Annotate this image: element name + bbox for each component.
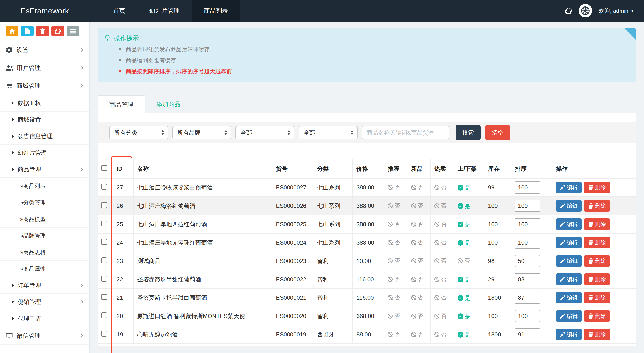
sidebar-item[interactable]: 商城设置 [0,112,89,128]
sidebar-item[interactable]: »品牌管理 [0,228,89,244]
cell-flag: 否 [407,307,430,325]
sidebar-item[interactable]: 用户管理 [0,59,89,77]
edit-button[interactable]: 编辑 [556,328,582,340]
sort-input[interactable] [515,255,540,267]
filter-select[interactable]: 全部 [236,126,294,139]
sidebar-item[interactable]: »商品列表 [0,178,89,194]
filter-select[interactable]: 所有品牌 [172,126,231,139]
sidebar-item[interactable]: 代理申请 [0,310,89,327]
refresh-button[interactable] [52,26,64,36]
sort-input[interactable] [515,200,540,212]
filter-select[interactable]: 全部 [298,126,358,139]
ban-icon [411,203,416,208]
select-value: 全部 [240,129,252,137]
sort-input[interactable] [515,292,540,304]
trash-button[interactable] [36,26,49,36]
app: EsFramework 首页幻灯片管理商品列表 欢迎, admin ▼ 设置用户… [0,0,644,353]
delete-button[interactable]: 删除 [584,292,610,303]
delete-button[interactable]: 删除 [584,200,610,212]
refresh-icon[interactable] [565,8,572,14]
edit-button[interactable]: 编辑 [556,292,582,303]
cell-category: 智利 [313,288,353,307]
delete-button[interactable]: 删除 [584,237,610,248]
select-value: 所有分类 [114,129,138,137]
sidebar-item[interactable]: 微信管理 [0,327,89,345]
tab[interactable]: 商品管理 [98,95,145,113]
sort-input[interactable] [515,181,540,194]
edit-button[interactable]: 编辑 [556,182,582,193]
check-circle-icon: ✓ [458,277,464,282]
sidebar-item[interactable]: »商品属性 [0,261,89,277]
sidebar-item[interactable]: 促销管理 [0,294,89,310]
row-checkbox[interactable] [101,257,107,263]
edit-button[interactable]: 编辑 [556,310,582,322]
sort-input[interactable] [515,218,540,230]
file-button[interactable] [21,26,34,36]
row-checkbox[interactable] [101,221,107,226]
tab[interactable]: 添加商品 [145,95,192,113]
clear-button[interactable]: 清空 [485,125,510,140]
row-checkbox[interactable] [101,202,107,208]
sidebar-item[interactable]: 数据面板 [0,95,89,112]
sidebar-item-label: 促销管理 [18,298,41,306]
edit-button[interactable]: 编辑 [556,273,582,285]
nav-item[interactable]: 首页 [101,0,138,22]
cell-flag: 否 [454,252,484,270]
table-row: 25七山酒庄旱地西拉红葡萄酒ES0000025七山系列388.00否否否✓是10… [98,215,636,233]
nav-item[interactable]: 商品列表 [192,0,240,22]
cell-flag: 否 [407,252,430,270]
row-checkbox[interactable] [101,331,107,337]
cell-flag: 否 [430,215,454,233]
cell-category: 智利 [313,270,353,288]
row-checkbox[interactable] [101,312,107,318]
select-all-checkbox[interactable] [101,165,107,171]
sidebar-item[interactable]: »分类管理 [0,194,89,211]
sidebar-item[interactable]: 公告信息管理 [0,128,89,145]
delete-button[interactable]: 删除 [584,255,610,267]
sidebar-item[interactable]: 商城管理 [0,77,89,95]
sidebar-item[interactable]: 设置 [0,41,89,59]
delete-button[interactable]: 删除 [584,273,610,285]
sidebar-item[interactable]: »商品规格 [0,244,89,261]
cell-flag: ✓是 [454,325,484,343]
avatar[interactable] [579,4,592,18]
cell-price: 88.00 [353,325,384,343]
edit-button[interactable]: 编辑 [556,255,582,267]
search-input[interactable] [362,126,449,139]
list-button[interactable] [67,26,79,36]
sort-input[interactable] [515,310,540,322]
home-button[interactable] [6,26,18,36]
delete-button[interactable]: 删除 [584,328,610,340]
cell-id: 24 [113,233,133,252]
trash-icon [588,313,593,319]
sidebar-item[interactable]: »商品模型 [0,211,89,228]
edit-button[interactable]: 编辑 [556,218,582,230]
edit-button[interactable]: 编辑 [556,237,582,248]
row-checkbox[interactable] [101,184,107,190]
delete-button[interactable]: 删除 [584,218,610,230]
row-checkbox[interactable] [101,239,107,245]
filter-select[interactable]: 所有分类 [109,126,168,139]
delete-button[interactable]: 删除 [584,310,610,322]
sort-input[interactable] [515,273,540,285]
sort-input[interactable] [515,236,540,249]
edit-button[interactable]: 编辑 [556,200,582,212]
search-button[interactable]: 搜索 [456,125,481,140]
sidebar-item[interactable]: 订单管理 [0,277,89,294]
pencil-icon [560,277,565,282]
user-menu[interactable]: 欢迎, admin ▼ [599,7,634,15]
sidebar-item[interactable]: 幻灯片管理 [0,145,89,161]
column-header: 推荐 [384,159,407,178]
sidebar-item[interactable]: 商品管理 [0,161,89,178]
nav-item[interactable]: 幻灯片管理 [138,0,192,22]
row-checkbox[interactable] [101,276,107,281]
sidebar-toolbar [0,22,89,41]
cell-price: 388.00 [353,178,384,197]
delete-button[interactable]: 删除 [584,182,610,193]
sort-input[interactable] [515,328,540,340]
caret-right-icon [12,135,14,138]
caret-right-icon [12,300,14,303]
row-checkbox[interactable] [101,294,107,300]
pencil-icon [560,185,565,190]
ban-icon [434,313,439,318]
